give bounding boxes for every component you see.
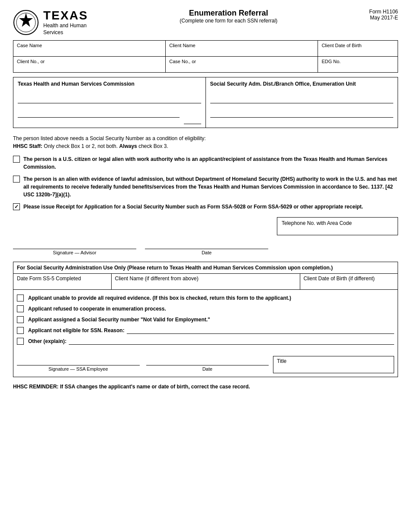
hhsc-title: Texas Health and Human Services Commissi… xyxy=(18,81,201,87)
sig-labels-row: Signature — Advisor Date xyxy=(13,249,398,255)
case-name-label: Case Name xyxy=(17,43,42,48)
ssa-sig-block: Signature — SSA Employee Date xyxy=(17,356,269,372)
address-line-short xyxy=(184,116,201,124)
client-name-label: Client Name xyxy=(169,43,196,48)
phone-sig-area: Telephone No. with Area Code Signature —… xyxy=(13,217,398,255)
ssa-cb5-explain-line xyxy=(69,338,394,345)
title-label: Title xyxy=(277,358,286,364)
form-id-area: Form H1106 May 2017-E xyxy=(369,9,398,21)
case-name-cell: Case Name xyxy=(13,41,166,56)
case-no-cell: Case No., or xyxy=(166,57,318,72)
reminder-text: HHSC REMINDER: If SSA changes the applic… xyxy=(13,384,398,390)
case-no-label: Case No., or xyxy=(169,59,196,64)
advisor-sig-line xyxy=(13,239,136,249)
ssa-checkbox-5[interactable] xyxy=(17,338,24,345)
ssa-cb-row-4: Applicant not eligible for SSN. Reason: xyxy=(17,327,394,334)
instructions-line2: HHSC Staff: Only check Box 1 or 2, not b… xyxy=(13,142,398,150)
ssa-cb-row-3: Applicant assigned a Social Security num… xyxy=(17,316,394,323)
client-dob-cell: Client Date of Birth xyxy=(318,41,398,56)
ssa-client-dob-cell: Client Date of Birth (if different) xyxy=(300,274,398,289)
ssa-cb1-text: Applicant unable to provide all required… xyxy=(28,295,291,301)
address-section: Texas Health and Human Services Commissi… xyxy=(13,77,398,128)
top-fields-grid: Case Name Client Name Client Date of Bir… xyxy=(13,40,398,73)
logo-area: TEXAS Health and Human Services xyxy=(13,9,88,36)
phone-box: Telephone No. with Area Code xyxy=(277,217,398,235)
phone-label: Telephone No. with Area Code xyxy=(282,220,352,226)
ssa-cb-row-2: Applicant refused to cooperate in enumer… xyxy=(17,305,394,312)
ssa-sig-labels: Signature — SSA Employee Date xyxy=(17,365,269,372)
edg-no-cell: EDG No. xyxy=(318,57,398,72)
checkbox-2-text: The person is an alien with evidence of … xyxy=(23,175,398,199)
checkbox-item-1: The person is a U.S. citizen or legal al… xyxy=(13,155,398,171)
top-row-2: Client No., or Case No., or EDG No. xyxy=(13,57,398,72)
address-left: Texas Health and Human Services Commissi… xyxy=(13,77,206,128)
signature-row xyxy=(13,239,398,249)
ssa-info-row: Date Form SS-5 Completed Client Name (if… xyxy=(13,274,398,290)
texas-star-logo xyxy=(13,10,39,35)
ssa-section: For Social Security Administration Use O… xyxy=(13,262,398,377)
form-title-center: Enumeration Referral (Complete one form … xyxy=(88,9,369,24)
ssa-sig-line xyxy=(17,356,140,365)
ssa-checkbox-3[interactable] xyxy=(17,316,24,323)
checkbox-2[interactable] xyxy=(13,176,20,183)
client-no-label: Client No., or xyxy=(17,59,45,64)
instructions: The person listed above needs a Social S… xyxy=(13,135,398,150)
hhsc-staff-bold: HHSC Staff: xyxy=(13,143,42,149)
ssa-checkboxes: Applicant unable to provide all required… xyxy=(13,290,398,353)
form-date: May 2017-E xyxy=(369,15,398,21)
ssa-cb-row-1: Applicant unable to provide all required… xyxy=(17,294,394,301)
ssa-cb4-label: Applicant not eligible for SSN. Reason: xyxy=(28,327,125,333)
address-right: Social Security Adm. Dist./Branch Office… xyxy=(206,77,398,128)
client-no-cell: Client No., or xyxy=(13,57,166,72)
ssa-client-dob-label: Client Date of Birth (if different) xyxy=(304,276,375,282)
date-line xyxy=(145,239,268,249)
advisor-sig-label: Signature — Advisor xyxy=(13,250,136,255)
always-bold: Always xyxy=(119,143,137,149)
ssa-checkbox-4[interactable] xyxy=(17,327,24,334)
ssa-address-line-1 xyxy=(210,96,394,103)
ssa-cb5-label: Other (explain): xyxy=(28,338,67,344)
ssa-cb2-text: Applicant refused to cooperate in enumer… xyxy=(28,306,166,312)
address-line-2 xyxy=(18,110,180,118)
ssa-checkbox-1[interactable] xyxy=(17,295,24,301)
svg-marker-2 xyxy=(19,13,33,27)
date-label: Date xyxy=(145,250,268,255)
ss5-date-label: Date Form SS-5 Completed xyxy=(17,276,81,282)
top-row-1: Case Name Client Name Client Date of Bir… xyxy=(13,41,398,57)
ss5-date-cell: Date Form SS-5 Completed xyxy=(13,274,112,289)
checkbox-3[interactable]: ✓ xyxy=(13,203,20,210)
form-subtitle: (Complete one form for each SSN referral… xyxy=(88,18,369,24)
checkbox-1[interactable] xyxy=(13,156,20,163)
title-box: Title xyxy=(273,356,394,373)
logo-subtitle: Health and Human Services xyxy=(43,22,88,36)
ssa-address-line-2 xyxy=(210,110,394,118)
form-title: Enumeration Referral xyxy=(88,9,369,18)
checkbox-1-text: The person is a U.S. citizen or legal al… xyxy=(23,155,398,171)
ssa-header: For Social Security Administration Use O… xyxy=(13,262,398,274)
ssa-client-name-label: Client Name (if different from above) xyxy=(115,276,199,282)
client-dob-label: Client Date of Birth xyxy=(321,43,361,48)
ssa-cb3-text: Applicant assigned a Social Security num… xyxy=(28,317,210,323)
ssa-date-label: Date xyxy=(146,366,269,372)
instructions-line1: The person listed above needs a Social S… xyxy=(13,135,398,142)
ssa-sig-title-area: Signature — SSA Employee Date Title xyxy=(13,353,398,377)
checkbox-item-2: The person is an alien with evidence of … xyxy=(13,175,398,199)
address-line-1 xyxy=(18,96,201,103)
checkbox-3-text: Please issue Receipt for Application for… xyxy=(23,203,398,211)
logo-texas-text: TEXAS xyxy=(43,9,88,22)
logo-text: TEXAS Health and Human Services xyxy=(43,9,88,36)
checkbox-item-3: ✓ Please issue Receipt for Application f… xyxy=(13,203,398,211)
ssa-checkbox-2[interactable] xyxy=(17,305,24,312)
client-name-cell: Client Name xyxy=(166,41,318,56)
edg-no-label: EDG No. xyxy=(321,59,340,64)
ssa-sig-row xyxy=(17,356,269,365)
ssa-sig-label: Signature — SSA Employee xyxy=(17,366,140,372)
ssa-client-name-cell: Client Name (if different from above) xyxy=(112,274,300,289)
ssa-cb-row-5: Other (explain): xyxy=(17,337,394,345)
form-id: Form H1106 xyxy=(369,9,398,15)
ssa-date-line xyxy=(146,356,269,365)
ssa-cb4-reason-line xyxy=(127,327,394,334)
ssa-title: Social Security Adm. Dist./Branch Office… xyxy=(210,81,394,87)
